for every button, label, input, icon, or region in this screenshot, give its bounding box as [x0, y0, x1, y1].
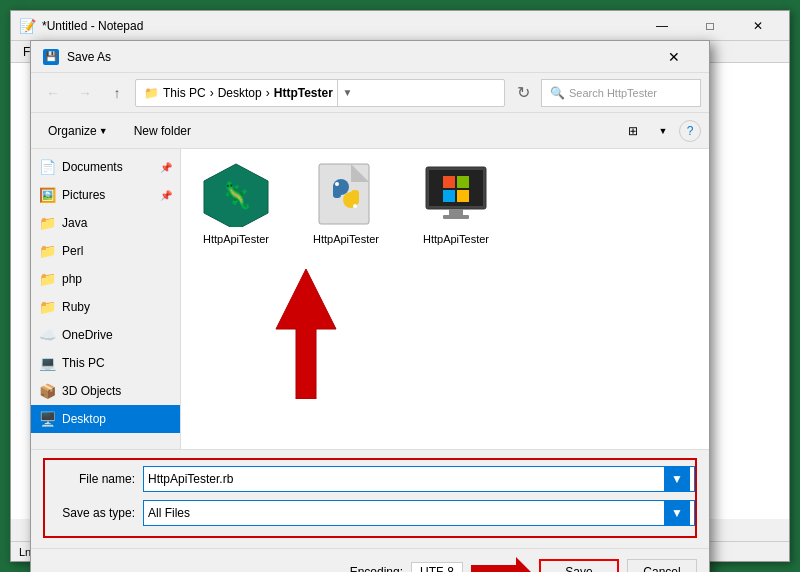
- java-icon: 📁: [39, 215, 56, 231]
- sidebar-item-onedrive[interactable]: ☁️ OneDrive: [31, 321, 180, 349]
- sidebar-label-desktop: Desktop: [62, 412, 172, 426]
- breadcrumb-icon: 📁: [144, 86, 159, 100]
- svg-rect-17: [449, 209, 463, 215]
- file-label-python: HttpApiTester: [313, 233, 379, 245]
- sidebar-item-php[interactable]: 📁 php: [31, 265, 180, 293]
- new-folder-button[interactable]: New folder: [125, 118, 200, 144]
- dialog-sidebar: 📄 Documents 📌 🖼️ Pictures 📌 📁 Java 📁 Per…: [31, 149, 181, 449]
- breadcrumb-dropdown[interactable]: ▼: [337, 80, 357, 106]
- file-name-label: File name:: [45, 472, 135, 486]
- documents-icon: 📄: [39, 159, 56, 175]
- file-item-ruby[interactable]: 🦎 HttpApiTester: [191, 159, 281, 245]
- save-as-type-select[interactable]: All Files ▼: [143, 500, 695, 526]
- notepad-titlebar: 📝 *Untitled - Notepad — □ ✕: [11, 11, 789, 41]
- file-name-input[interactable]: HttpApiTester.rb ▼: [143, 466, 695, 492]
- minimize-button[interactable]: —: [639, 12, 685, 40]
- search-placeholder: Search HttpTester: [569, 87, 657, 99]
- up-button[interactable]: ↑: [103, 79, 131, 107]
- sidebar-label-java: Java: [62, 216, 172, 230]
- cancel-button[interactable]: Cancel: [627, 559, 697, 572]
- 3dobjects-icon: 📦: [39, 383, 56, 399]
- dialog-toolbar: ← → ↑ 📁 This PC › Desktop › HttpTester ▼…: [31, 73, 709, 113]
- file-icon-app-wrap: [416, 159, 496, 229]
- refresh-button[interactable]: ↻: [509, 79, 537, 107]
- save-type-dropdown[interactable]: ▼: [664, 500, 690, 526]
- sidebar-item-thispc[interactable]: 💻 This PC: [31, 349, 180, 377]
- save-as-dialog: 💾 Save As ✕ ← → ↑ 📁 This PC › Desktop › …: [30, 40, 710, 572]
- view-buttons: ⊞ ▼ ?: [619, 118, 701, 144]
- cancel-label: Cancel: [643, 565, 680, 572]
- onedrive-icon: ☁️: [39, 327, 56, 343]
- svg-rect-18: [443, 215, 469, 219]
- view-toggle-button[interactable]: ⊞: [619, 118, 647, 144]
- sidebar-item-java[interactable]: 📁 Java: [31, 209, 180, 237]
- dialog-title: Save As: [67, 50, 651, 64]
- dialog-close-button[interactable]: ✕: [651, 41, 697, 73]
- dialog-title-icon: 💾: [43, 49, 59, 65]
- encoding-value: UTF-8: [411, 562, 463, 572]
- help-button[interactable]: ?: [679, 120, 701, 142]
- breadcrumb-desktop[interactable]: Desktop: [218, 86, 262, 100]
- encoding-label: Encoding:: [350, 565, 403, 572]
- php-icon: 📁: [39, 271, 56, 287]
- save-button[interactable]: Save: [539, 559, 619, 572]
- sidebar-item-3dobjects[interactable]: 📦 3D Objects: [31, 377, 180, 405]
- svg-rect-12: [429, 170, 483, 206]
- sidebar-label-onedrive: OneDrive: [62, 328, 172, 342]
- dialog-toolbar2: Organize ▼ New folder ⊞ ▼ ?: [31, 113, 709, 149]
- svg-rect-7: [333, 184, 341, 198]
- ruby-icon: 📁: [39, 299, 56, 315]
- search-bar[interactable]: 🔍 Search HttpTester: [541, 79, 701, 107]
- file-item-python[interactable]: HttpApiTester: [301, 159, 391, 245]
- file-name-value: HttpApiTester.rb: [148, 472, 664, 486]
- sidebar-label-ruby: Ruby: [62, 300, 172, 314]
- svg-rect-14: [457, 176, 469, 188]
- svg-point-10: [353, 204, 357, 208]
- file-item-app[interactable]: HttpApiTester: [411, 159, 501, 245]
- maximize-button[interactable]: □: [687, 12, 733, 40]
- pictures-icon: 🖼️: [39, 187, 56, 203]
- organize-button[interactable]: Organize ▼: [39, 118, 117, 144]
- breadcrumb-sep1: ›: [210, 86, 214, 100]
- save-as-type-value: All Files: [148, 506, 664, 520]
- save-label: Save: [565, 565, 592, 572]
- documents-pin: 📌: [160, 162, 172, 173]
- breadcrumb-httptester[interactable]: HttpTester: [274, 86, 333, 100]
- pictures-pin: 📌: [160, 190, 172, 201]
- sidebar-label-documents: Documents: [62, 160, 154, 174]
- sidebar-item-documents[interactable]: 📄 Documents 📌: [31, 153, 180, 181]
- view-dropdown-button[interactable]: ▼: [649, 118, 677, 144]
- organize-dropdown-icon: ▼: [99, 126, 108, 136]
- breadcrumb-sep2: ›: [266, 86, 270, 100]
- filename-form-row: File name: HttpApiTester.rb ▼: [45, 464, 695, 494]
- sidebar-item-ruby[interactable]: 📁 Ruby: [31, 293, 180, 321]
- file-name-row: File name: HttpApiTester.rb ▼ Save as ty…: [43, 458, 697, 538]
- sidebar-item-desktop[interactable]: 🖥️ Desktop: [31, 405, 180, 433]
- sidebar-label-3dobjects: 3D Objects: [62, 384, 172, 398]
- forward-button[interactable]: →: [71, 79, 99, 107]
- file-icon-ruby-svg: 🦎: [201, 162, 271, 227]
- sidebar-item-pictures[interactable]: 🖼️ Pictures 📌: [31, 181, 180, 209]
- sidebar-label-perl: Perl: [62, 244, 172, 258]
- svg-rect-4: [351, 164, 369, 182]
- sidebar-label-thispc: This PC: [62, 356, 172, 370]
- file-icon-ruby-wrap: 🦎: [196, 159, 276, 229]
- dialog-footer: Encoding: UTF-8 Save Cancel: [31, 548, 709, 572]
- breadcrumb-thispc[interactable]: This PC: [163, 86, 206, 100]
- svg-marker-19: [276, 269, 336, 399]
- file-name-dropdown[interactable]: ▼: [664, 466, 690, 492]
- notepad-title: *Untitled - Notepad: [42, 19, 639, 33]
- file-icon-python-wrap: [306, 159, 386, 229]
- notepad-window-controls: — □ ✕: [639, 12, 781, 40]
- organize-label: Organize: [48, 124, 97, 138]
- dialog-form: File name: HttpApiTester.rb ▼ Save as ty…: [31, 449, 709, 548]
- dialog-fileview: 🦎 HttpApiTester: [181, 149, 709, 449]
- svg-rect-13: [443, 176, 455, 188]
- sidebar-item-perl[interactable]: 📁 Perl: [31, 237, 180, 265]
- close-button[interactable]: ✕: [735, 12, 781, 40]
- svg-rect-16: [457, 190, 469, 202]
- back-button[interactable]: ←: [39, 79, 67, 107]
- sidebar-label-php: php: [62, 272, 172, 286]
- new-folder-label: New folder: [134, 124, 191, 138]
- save-as-type-label: Save as type:: [45, 506, 135, 520]
